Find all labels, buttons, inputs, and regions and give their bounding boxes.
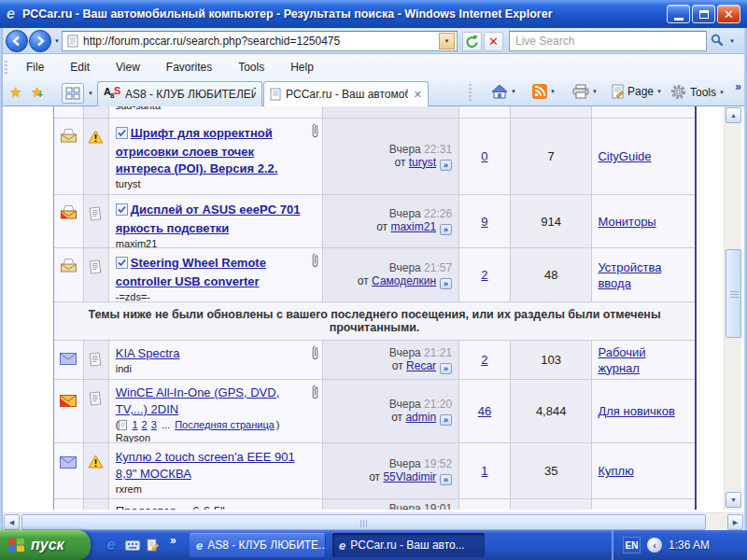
go-to-last-post-icon[interactable]: » (440, 160, 452, 171)
replies-link[interactable]: 9 (481, 215, 487, 229)
menu-grip[interactable] (5, 61, 7, 74)
back-arrow-icon (11, 35, 22, 47)
checkbox-icon[interactable] (116, 203, 128, 219)
live-search-box[interactable]: Live Search (509, 31, 707, 51)
menu-help[interactable]: Help (287, 58, 317, 77)
print-button[interactable]: ▼ (572, 84, 598, 99)
horizontal-scroll-thumb[interactable] (21, 514, 706, 530)
topic-title-link[interactable]: KIA Spectra (116, 346, 180, 360)
topic-title-link[interactable]: Продается ... 6-6.5" (116, 504, 225, 510)
quick-tabs-dropdown[interactable]: ▼ (88, 91, 93, 96)
search-button[interactable] (711, 34, 725, 51)
back-button[interactable] (6, 30, 28, 52)
topic-title-link[interactable]: Куплю 2 touch screen'a EEE 901 8,9" МОСК… (116, 450, 295, 481)
tools-button[interactable]: Tools ▼ (670, 84, 725, 100)
go-to-last-post-icon[interactable]: » (440, 474, 452, 485)
go-to-last-post-icon[interactable]: » (440, 363, 452, 374)
tab-as8-club[interactable]: A8S AS8 - КЛУБ ЛЮБИТЕЛЕЙ AU... (97, 81, 262, 106)
checkbox-icon[interactable] (116, 256, 128, 273)
last-page-link[interactable]: Последняя страница (175, 419, 275, 430)
last-poster-link[interactable]: admin (405, 411, 436, 424)
menu-tools[interactable]: Tools (234, 58, 268, 77)
topic-title-link[interactable]: WinCE All-In-One (GPS, DVD, TV,...) 2DIN (116, 385, 280, 416)
hide-icons-button[interactable]: ‹ (647, 538, 662, 553)
quick-launch-keyboard[interactable] (122, 535, 143, 555)
scroll-up-button[interactable]: ▲ (726, 107, 741, 123)
rss-dropdown[interactable]: ▼ (550, 89, 556, 94)
page-number-link[interactable]: 1 (132, 419, 137, 430)
last-poster-link[interactable]: Recar (406, 359, 436, 372)
topic-title-link[interactable]: Шрифт для корректной отрисовки слоев точ… (116, 126, 278, 175)
stop-button[interactable]: ✕ (484, 32, 503, 51)
favorites-center-button[interactable]: ★ (9, 84, 21, 101)
scroll-right-button[interactable]: ▶ (727, 514, 743, 530)
last-poster-link[interactable]: maxim21 (390, 220, 436, 233)
vertical-scrollbar[interactable]: ▲ ▼ (724, 106, 741, 510)
page-number-link[interactable]: 3 (151, 419, 157, 430)
quick-launch-overflow-chevron[interactable]: » (170, 534, 176, 547)
quick-launch-journal[interactable] (143, 535, 163, 555)
forward-button[interactable] (29, 30, 51, 52)
tab-pccar[interactable]: PCCar.ru - Ваш автомоб... ✕ (263, 81, 429, 106)
replies-link[interactable]: 46 (478, 404, 491, 418)
history-dropdown[interactable]: ▼ (54, 38, 60, 44)
rss-button[interactable]: ▼ (532, 84, 556, 99)
quick-launch-ie[interactable]: e (101, 535, 121, 555)
replies-link[interactable]: 1 (481, 464, 487, 478)
scroll-left-button[interactable]: ◀ (4, 514, 20, 530)
go-to-last-post-icon[interactable]: » (440, 224, 452, 235)
scroll-down-button[interactable]: ▼ (726, 492, 741, 508)
go-to-last-post-icon[interactable]: » (440, 278, 452, 289)
home-dropdown[interactable]: ▼ (511, 89, 516, 94)
restore-button[interactable] (692, 5, 715, 23)
address-bar[interactable]: http://forum.pccar.ru/search.php?searchi… (62, 31, 458, 51)
taskbar-button-pccar[interactable]: e PCCar.ru - Ваш авто... (332, 533, 485, 557)
refresh-button[interactable] (462, 32, 482, 51)
horizontal-scrollbar[interactable]: ◀ ▶ (3, 512, 744, 530)
forum-link[interactable]: Устройства ввода (598, 259, 689, 291)
address-dropdown[interactable]: ▼ (439, 33, 455, 49)
forum-link[interactable]: Для новичков (598, 403, 674, 419)
forum-link[interactable]: Рабочий журнал (598, 344, 689, 376)
go-to-last-post-icon[interactable]: » (440, 414, 452, 426)
ie-logo-icon: e (339, 539, 345, 553)
checkbox-icon[interactable] (116, 126, 128, 143)
last-poster-link[interactable]: 55Vladimir (383, 470, 436, 483)
topic-author: turyst (116, 178, 307, 189)
print-dropdown[interactable]: ▼ (592, 89, 598, 94)
topic-title-link[interactable]: Дисплей от ASUS eeePC 701 яркость подсве… (116, 203, 301, 235)
taskbar-button-as8[interactable]: e AS8 - КЛУБ ЛЮБИТЕ... (190, 533, 326, 557)
quick-tabs-button[interactable] (62, 83, 84, 104)
menu-view[interactable]: View (112, 58, 144, 77)
replies-link[interactable]: 2 (481, 353, 487, 367)
topic-row: Куплю 2 touch screen'a EEE 901 8,9" МОСК… (54, 443, 695, 499)
last-poster-link[interactable]: turyst (409, 156, 436, 169)
forum-link[interactable]: Мониторы (598, 214, 655, 230)
topic-title-link[interactable]: Steering Wheel Remote controller USB con… (116, 256, 266, 288)
page-button[interactable]: Page ▼ (612, 84, 662, 99)
tools-dropdown[interactable]: ▼ (719, 90, 725, 95)
minimize-button[interactable] (667, 5, 690, 23)
start-button[interactable]: пуск (0, 530, 91, 560)
menu-edit[interactable]: Edit (66, 58, 93, 77)
replies-link[interactable]: 0 (481, 149, 487, 163)
page-dropdown[interactable]: ▼ (656, 89, 662, 94)
page-number-link[interactable]: 2 (142, 419, 148, 430)
topic-author: rxrem (116, 483, 307, 495)
close-button[interactable]: ✕ (717, 5, 740, 23)
toolbar-overflow-chevron[interactable]: » (735, 80, 741, 93)
forum-link[interactable]: Куплю (598, 463, 633, 479)
language-indicator[interactable]: EN (623, 537, 641, 553)
quick-tabs-icon (65, 87, 80, 100)
tab-close-icon[interactable]: ✕ (414, 89, 422, 101)
menu-file[interactable]: File (22, 58, 48, 77)
post-date: Вчера (389, 143, 421, 156)
home-button[interactable]: ▼ (491, 84, 516, 99)
menu-favorites[interactable]: Favorites (162, 58, 216, 77)
window-title: PCCar.ru - Ваш автомобильный компьютер -… (22, 7, 667, 21)
last-poster-link[interactable]: Самоделкин (372, 274, 436, 287)
search-dropdown[interactable]: ▼ (729, 38, 735, 44)
forum-link[interactable]: CityGuide (598, 148, 651, 164)
vertical-scroll-thumb[interactable] (726, 249, 741, 338)
replies-link[interactable]: 2 (481, 268, 487, 282)
